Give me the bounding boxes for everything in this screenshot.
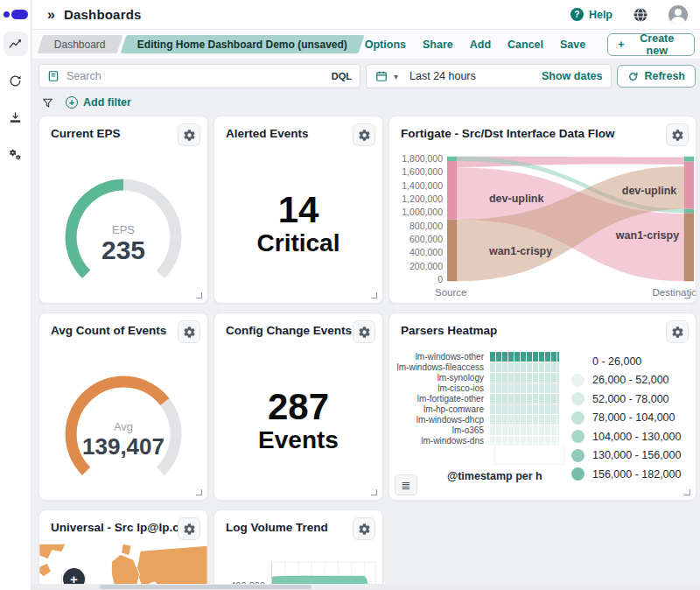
heatmap-row-label: lm-synology bbox=[393, 373, 489, 383]
app-logo[interactable] bbox=[4, 10, 28, 19]
sidebar-item-import[interactable] bbox=[4, 105, 28, 130]
refresh-button[interactable]: Refresh bbox=[617, 65, 696, 88]
funnel-icon bbox=[42, 97, 53, 109]
filter-funnel-button[interactable] bbox=[42, 97, 53, 109]
sankey-y-axis: 1,800,0001,600,0001,400,0001,200,0001,00… bbox=[396, 153, 447, 284]
panel-settings-button[interactable] bbox=[178, 320, 200, 343]
heatmap-row-label: lm-windows-other bbox=[393, 352, 489, 362]
heatmap-row-cells bbox=[489, 362, 559, 372]
resize-handle[interactable] bbox=[684, 292, 690, 299]
collapse-sidebar-icon[interactable]: » bbox=[47, 7, 55, 23]
resize-handle[interactable] bbox=[196, 489, 202, 495]
legend-range: 156,000 - 182,000 bbox=[592, 468, 681, 481]
heatmap-row: lm-synology bbox=[393, 373, 564, 383]
toolbar-action-link[interactable]: Add bbox=[470, 39, 491, 51]
page-title: Dashboards bbox=[64, 7, 142, 22]
legend-range: 78,000 - 104,000 bbox=[592, 411, 676, 424]
logo-dot-icon bbox=[4, 11, 10, 18]
panel-title: Parsers Heatmap bbox=[401, 320, 497, 337]
horizontal-scrollbar[interactable] bbox=[32, 584, 700, 590]
panel-settings-button[interactable] bbox=[178, 123, 200, 146]
heatmap-row: lm-cisco-ios bbox=[393, 383, 564, 393]
heatmap-row-cells bbox=[489, 404, 559, 414]
legend-item: 26,000 - 52,000 bbox=[571, 374, 692, 387]
legend-range: 26,000 - 52,000 bbox=[592, 374, 669, 386]
toolbar-action-link[interactable]: Share bbox=[423, 39, 453, 51]
legend-range: 104,000 - 130,000 bbox=[592, 431, 681, 443]
y-tick-label: 1,400,000 bbox=[396, 180, 443, 191]
saved-search-icon[interactable] bbox=[47, 70, 60, 82]
sankey-node-label: wan1-crispy bbox=[489, 245, 552, 257]
sankey-node-label: dev-uplink bbox=[489, 193, 544, 205]
toolbar-action-link[interactable]: Options bbox=[365, 39, 406, 51]
help-button[interactable]: ? Help bbox=[570, 8, 612, 21]
sidebar-item-sync[interactable] bbox=[4, 68, 28, 93]
legend-swatch bbox=[571, 411, 584, 425]
heatmap-row-label: lm-hp-comware bbox=[393, 404, 489, 414]
sidebar bbox=[0, 0, 32, 590]
create-new-button[interactable]: + Create new bbox=[607, 33, 695, 56]
heatmap-row-label: lm-o365 bbox=[393, 425, 489, 435]
add-filter-button[interactable]: + Add filter bbox=[66, 96, 131, 109]
search-toolbar: DQL ▾ Last 24 hours Show dates Refresh bbox=[32, 60, 700, 91]
sidebar-item-analytics[interactable] bbox=[4, 32, 28, 56]
eps-gauge-chart: EPS 235 bbox=[39, 146, 207, 290]
panel-settings-button[interactable] bbox=[178, 517, 200, 540]
resize-handle[interactable] bbox=[196, 292, 202, 299]
panel-avg-count: Avg Count of Events Avg 139,407 bbox=[38, 313, 208, 501]
legend-range: 52,000 - 78,000 bbox=[592, 393, 669, 405]
dql-mode-toggle[interactable]: DQL bbox=[332, 71, 352, 81]
panel-title: Fortigate - Src/Dst Interface Data Flow bbox=[401, 123, 615, 140]
heatmap-row-cells bbox=[489, 415, 559, 425]
legend-toggle-button[interactable]: ≣ bbox=[395, 474, 417, 495]
resize-handle[interactable] bbox=[684, 489, 690, 495]
language-globe-button[interactable] bbox=[632, 6, 649, 24]
legend-swatch bbox=[571, 355, 584, 368]
chevron-down-icon: ▾ bbox=[394, 72, 398, 81]
user-avatar[interactable] bbox=[668, 5, 688, 25]
panel-settings-button[interactable] bbox=[353, 320, 375, 343]
scrollbar-thumb[interactable] bbox=[100, 585, 312, 589]
tab-editing-dashboard[interactable]: Editing Home Dashboard Demo (unsaved) bbox=[120, 35, 364, 53]
y-tick-label: 600,000 bbox=[396, 234, 443, 244]
panel-settings-button[interactable] bbox=[666, 320, 689, 343]
heatmap-legend: 0 - 26,000 26,000 - 52,000 52,000 - 78,0… bbox=[571, 352, 692, 482]
resize-handle[interactable] bbox=[371, 292, 377, 299]
tab-dashboard[interactable]: Dashboard bbox=[38, 35, 123, 53]
gear-icon bbox=[183, 326, 196, 339]
legend-range: 130,000 - 156,000 bbox=[592, 449, 681, 461]
alerted-events-value: 14 Critical bbox=[214, 146, 382, 303]
y-tick-label: 1,800,000 bbox=[396, 153, 443, 164]
panel-settings-button[interactable] bbox=[353, 517, 375, 540]
svg-text:Avg: Avg bbox=[114, 420, 133, 433]
panel-title: Alerted Events bbox=[226, 123, 309, 140]
plus-icon: + bbox=[618, 39, 624, 51]
main-area: » Dashboards ? Help Dashboard Editing Ho… bbox=[32, 0, 700, 590]
show-dates-link[interactable]: Show dates bbox=[542, 70, 602, 82]
heatmap-row-cells bbox=[489, 383, 559, 393]
sankey-node-label: dev-uplink bbox=[622, 185, 677, 197]
panel-fortigate-flow: Fortigate - Src/Dst Interface Data Flow … bbox=[388, 116, 696, 304]
sankey-x-axis: Source Destination bbox=[389, 284, 696, 298]
panel-parsers-heatmap: Parsers Heatmap lm-windows-other lm-w bbox=[388, 313, 696, 501]
y-tick-label: 800,000 bbox=[396, 221, 443, 231]
calendar-icon bbox=[375, 70, 388, 82]
panel-settings-button[interactable] bbox=[353, 123, 375, 146]
resize-handle[interactable] bbox=[371, 489, 377, 495]
legend-swatch bbox=[571, 430, 584, 443]
search-input[interactable] bbox=[66, 70, 325, 82]
area-chart: 400,000 bbox=[214, 540, 382, 590]
toolbar-action-link[interactable]: Cancel bbox=[508, 39, 543, 51]
gear-icon bbox=[358, 523, 371, 536]
panel-settings-button[interactable] bbox=[666, 123, 689, 146]
time-range-control[interactable]: ▾ Last 24 hours Show dates bbox=[366, 64, 612, 88]
gear-icon bbox=[671, 326, 684, 339]
dashboard-tabsbar: Dashboard Editing Home Dashboard Demo (u… bbox=[32, 30, 700, 60]
heatmap-row: lm-windows-dhcp bbox=[393, 415, 564, 425]
sankey-flows bbox=[447, 153, 694, 284]
avg-gauge-chart: Avg 139,407 bbox=[39, 343, 207, 487]
heatmap-row: lm-fortigate-other bbox=[393, 394, 564, 404]
heatmap-row-label: lm-fortigate-other bbox=[393, 394, 489, 404]
sidebar-item-services[interactable] bbox=[4, 142, 28, 166]
toolbar-action-link[interactable]: Save bbox=[560, 39, 585, 51]
